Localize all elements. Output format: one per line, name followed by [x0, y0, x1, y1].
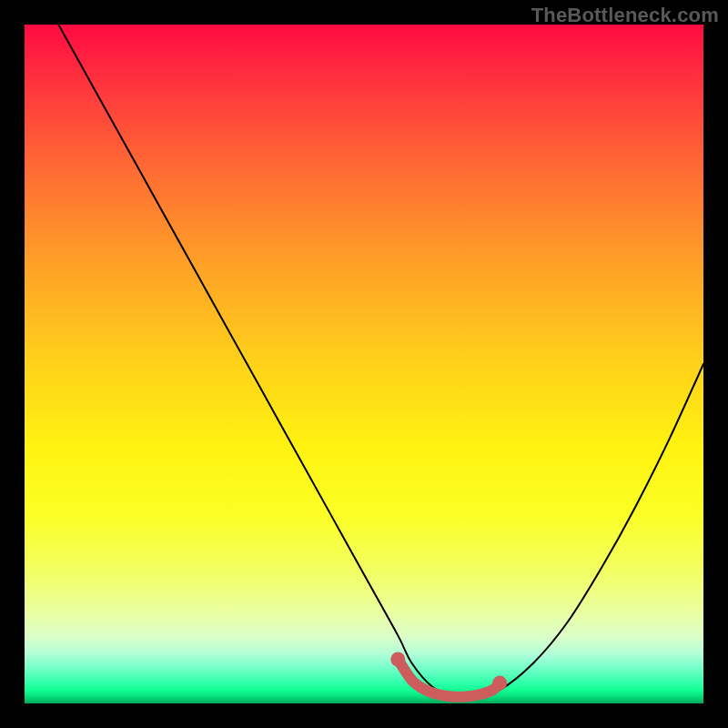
chart-svg [25, 25, 703, 703]
chart-plot-area [25, 25, 703, 703]
highlight-start-dot [390, 652, 405, 667]
watermark-text: TheBottleneck.com [531, 4, 719, 27]
bottleneck-curve [58, 25, 703, 698]
highlight-end-dot [492, 676, 507, 691]
